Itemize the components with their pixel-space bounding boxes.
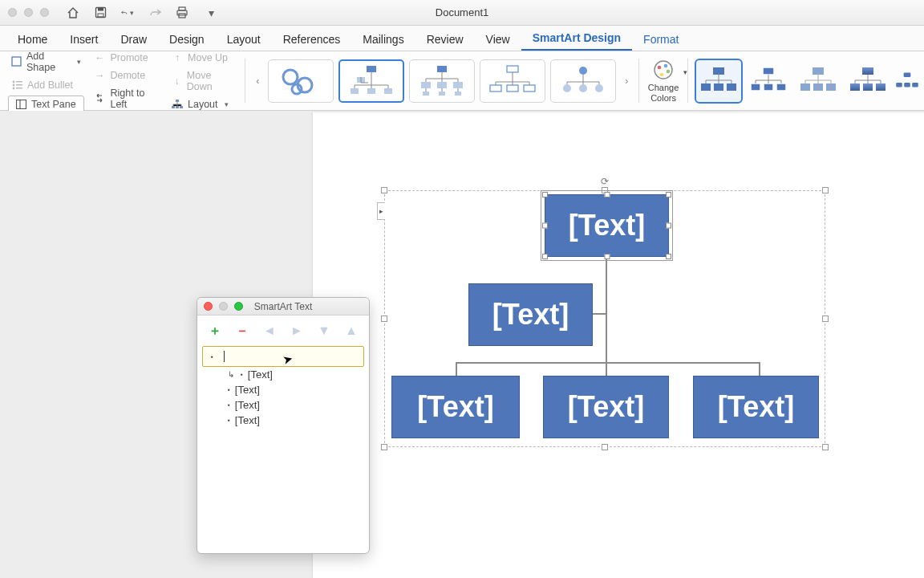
svg-rect-14 [16,100,20,108]
promote-label: Promote [110,52,148,63]
add-bullet-button[interactable]: Add Bullet [8,78,84,92]
svg-rect-60 [850,83,860,91]
smartart-frame[interactable]: ⟳ ▸ [Text] [384,190,825,447]
svg-point-46 [660,73,664,77]
svg-rect-58 [826,83,836,91]
tab-view[interactable]: View [475,28,521,51]
undo-icon[interactable]: ▾ [121,6,134,19]
home-icon[interactable] [67,6,79,19]
smartart-node-child-2[interactable]: [Text] [543,376,669,438]
layout-button[interactable]: Layout ▾ [168,97,238,112]
svg-point-9 [12,83,14,86]
outline-item[interactable]: ↳ ▪ [Text] [202,367,364,382]
tab-references[interactable]: References [272,28,352,51]
panel-close-icon[interactable] [204,302,213,311]
layout-option-4[interactable] [480,59,545,103]
svg-rect-55 [813,67,824,75]
zoom-window-icon[interactable] [40,8,49,17]
smartart-node-top[interactable]: [Text] [545,194,669,257]
svg-rect-25 [367,88,375,94]
smartart-text-panel[interactable]: SmartArt Text ＋ － ◄ ► ▼ ▲ ▪ ↳ ▪ [Text] ▪… [197,297,370,554]
layout-label: Layout [188,99,218,110]
resize-handle[interactable] [602,444,608,450]
svg-rect-53 [764,83,773,91]
text-pane-label: Text Pane [31,99,76,110]
layout-option-2[interactable] [338,59,404,103]
outline-item[interactable]: ▪ [Text] [202,397,364,413]
tab-format[interactable]: Format [632,28,690,51]
style-option-1[interactable] [696,60,741,102]
move-up-label: Move Up [188,52,228,63]
svg-point-43 [658,66,662,70]
style-option-2[interactable] [746,60,791,102]
tab-design[interactable]: Design [158,28,216,51]
rotate-handle-icon[interactable]: ⟳ [601,176,609,187]
panel-add-icon[interactable]: ＋ [209,323,221,340]
outline-item-active[interactable]: ▪ [202,346,364,367]
tab-smartart-design[interactable]: SmartArt Design [521,26,632,51]
panel-demote-icon[interactable]: ► [290,324,303,338]
move-up-icon: ↑ [172,52,183,63]
add-shape-button[interactable]: Add Shape ▾ [8,49,84,75]
smartart-node-child-1[interactable]: [Text] [391,376,520,438]
resize-handle[interactable] [381,187,387,193]
tab-insert[interactable]: Insert [59,28,109,51]
redo-icon[interactable] [148,6,161,19]
svg-rect-66 [912,82,918,87]
layout-option-5[interactable] [550,59,616,103]
style-option-5[interactable] [895,60,919,102]
panel-move-down-icon[interactable]: ▼ [318,324,330,338]
move-up-button[interactable]: ↑ Move Up [168,51,238,65]
svg-rect-15 [176,100,179,102]
workspace: ⟳ ▸ [Text] [0,111,924,578]
expand-text-pane-icon[interactable]: ▸ [377,202,385,220]
tab-draw[interactable]: Draw [109,28,158,51]
resize-handle[interactable] [381,315,387,322]
close-window-icon[interactable] [8,8,17,17]
smartart-node-child-3[interactable]: [Text] [693,376,819,438]
panel-move-up-icon[interactable]: ▲ [345,324,358,338]
sub-arrow-icon: ↳ [228,370,234,379]
style-option-4[interactable] [845,60,890,102]
change-colors-button[interactable]: Change Colors ▾ [642,54,684,108]
resize-handle[interactable] [822,444,829,450]
customize-qat-icon[interactable]: ▾ [205,6,217,19]
svg-rect-62 [876,83,886,91]
svg-rect-35 [490,85,501,92]
move-down-button[interactable]: ↓ Move Down [168,68,238,94]
outline-item[interactable]: ▪ [Text] [202,413,364,428]
gallery-next-icon[interactable]: › [621,75,632,87]
smartart-node-assistant[interactable]: [Text] [468,283,593,346]
layout-option-3[interactable] [409,59,475,103]
svg-rect-36 [507,85,518,92]
panel-minimize-icon[interactable] [219,302,228,311]
tab-mailings[interactable]: Mailings [351,28,415,51]
connector [456,362,760,364]
demote-button[interactable]: → Demote [91,68,162,83]
style-option-3[interactable] [796,60,841,102]
smartart-node-label: [Text] [417,390,493,424]
resize-handle[interactable] [822,315,829,322]
resize-handle[interactable] [381,444,387,450]
connector [759,362,760,377]
ribbon-tabs: Home Insert Draw Design Layout Reference… [0,26,924,51]
promote-button[interactable]: ← Promote [91,51,162,65]
print-icon[interactable] [176,6,188,19]
document-page[interactable]: ⟳ ▸ [Text] [313,112,924,578]
tab-layout[interactable]: Layout [216,28,272,51]
svg-rect-30 [453,82,463,88]
right-to-left-button[interactable]: Right to Left [91,86,162,112]
resize-handle[interactable] [822,187,829,193]
panel-zoom-icon[interactable] [234,302,243,311]
save-icon[interactable] [94,6,107,19]
gallery-prev-icon[interactable]: ‹ [252,75,263,87]
svg-point-40 [579,84,587,92]
tab-review[interactable]: Review [415,28,475,51]
outline-item[interactable]: ▪ [Text] [202,382,364,397]
minimize-window-icon[interactable] [24,8,33,17]
panel-titlebar[interactable]: SmartArt Text [197,298,369,315]
layout-option-1[interactable] [268,59,334,103]
tab-home[interactable]: Home [6,28,59,51]
panel-remove-icon[interactable]: － [236,323,249,340]
panel-promote-icon[interactable]: ◄ [263,324,276,338]
